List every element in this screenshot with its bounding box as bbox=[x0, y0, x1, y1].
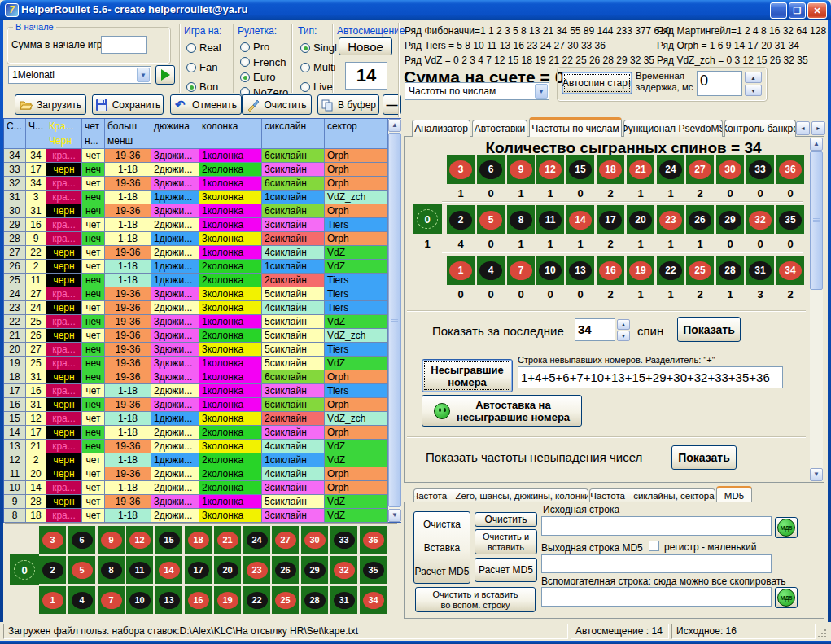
table-cell[interactable]: 19-36 bbox=[105, 329, 151, 343]
table-cell[interactable]: неч bbox=[82, 204, 105, 218]
copy-to-clipboard-button[interactable]: В буфер bbox=[317, 94, 379, 115]
board-cell-12[interactable]: 12 bbox=[126, 526, 153, 554]
table-cell[interactable]: 1сиклайн bbox=[262, 191, 325, 204]
table-cell[interactable]: чет bbox=[82, 329, 105, 343]
table-cell[interactable]: Orph bbox=[325, 177, 388, 191]
md5-clear-and-paste-button[interactable]: Очистить и вставить bbox=[475, 529, 537, 554]
table-cell[interactable]: 25 bbox=[4, 274, 26, 287]
table-cell[interactable]: 2сиклайн bbox=[262, 274, 325, 287]
table-cell[interactable]: 2колонка bbox=[199, 274, 262, 287]
table-cell[interactable]: кра... bbox=[46, 509, 82, 523]
table-cell[interactable]: 2колонка bbox=[199, 481, 262, 495]
table-cell[interactable]: 12 bbox=[4, 453, 26, 467]
table-cell[interactable]: 1сиклайн bbox=[262, 453, 325, 467]
board-cell-25[interactable]: 25 bbox=[272, 586, 299, 614]
board-cell-13[interactable]: 13 bbox=[155, 586, 182, 614]
table-cell[interactable]: 14 bbox=[26, 481, 46, 495]
table-cell[interactable]: черн bbox=[46, 260, 82, 274]
show-last-spin-up[interactable]: ▲ bbox=[617, 319, 630, 330]
board-cell-32[interactable]: 32 bbox=[330, 556, 357, 584]
table-cell[interactable]: 1колонка bbox=[199, 218, 262, 232]
table-cell[interactable]: 6сиклайн bbox=[262, 370, 325, 384]
board-cell-31[interactable]: 31 bbox=[330, 586, 357, 614]
table-cell[interactable]: 1колонка bbox=[199, 370, 262, 384]
table-cell[interactable]: 8 bbox=[4, 509, 26, 523]
table-cell[interactable]: 31 bbox=[26, 204, 46, 218]
radio-option-real[interactable]: Real bbox=[186, 42, 221, 54]
table-cell[interactable]: 1-18 bbox=[105, 191, 151, 204]
table-cell[interactable]: черн bbox=[46, 204, 82, 218]
table-cell[interactable]: 17 bbox=[26, 426, 46, 440]
table-cell[interactable]: чет bbox=[82, 218, 105, 232]
board-cell-28[interactable]: 28 bbox=[301, 586, 328, 614]
table-scrollbar[interactable]: ▲▼ bbox=[388, 119, 401, 522]
table-cell[interactable]: 3колонка bbox=[199, 301, 262, 315]
table-cell[interactable]: 1-18 bbox=[105, 274, 151, 287]
table-cell[interactable]: 1-18 bbox=[105, 384, 151, 398]
load-button[interactable]: Загрузить bbox=[15, 94, 86, 115]
table-cell[interactable]: 19-36 bbox=[105, 315, 151, 329]
scrollbar-thumb[interactable] bbox=[388, 133, 401, 507]
table-cell[interactable]: 9 bbox=[4, 495, 26, 509]
save-button[interactable]: Сохранить bbox=[92, 94, 164, 115]
missing-freq-show-button[interactable]: Показать bbox=[671, 445, 737, 470]
table-cell[interactable]: Orph bbox=[325, 481, 388, 495]
table-cell[interactable]: чет bbox=[82, 246, 105, 260]
column-header-1[interactable]: С... bbox=[4, 119, 26, 149]
delay-input[interactable]: 0 bbox=[697, 71, 742, 96]
column-header-5[interactable]: большменш bbox=[105, 119, 151, 149]
table-cell[interactable]: кра... bbox=[46, 232, 82, 246]
table-cell[interactable]: 17 bbox=[26, 163, 46, 177]
column-header-3[interactable]: Кра...Черн bbox=[46, 119, 82, 149]
md5-calc-button[interactable]: Расчет MD5 bbox=[475, 558, 537, 582]
table-cell[interactable]: 15 bbox=[4, 412, 26, 426]
table-cell[interactable]: 1-18 bbox=[105, 453, 151, 467]
table-cell[interactable]: кра... bbox=[46, 177, 82, 191]
table-cell[interactable]: Tiers bbox=[325, 274, 388, 287]
table-cell[interactable]: 3дюжи... bbox=[151, 495, 199, 509]
table-cell[interactable]: 3дюжи... bbox=[151, 149, 199, 163]
board-cell-35[interactable]: 35 bbox=[360, 556, 387, 584]
table-cell[interactable]: 3дюжи... bbox=[151, 370, 199, 384]
table-cell[interactable]: 19-36 bbox=[105, 370, 151, 384]
table-cell[interactable]: 6сиклайн bbox=[262, 149, 325, 163]
table-cell[interactable]: кра... bbox=[46, 357, 82, 370]
table-cell[interactable]: 3сиклайн bbox=[262, 384, 325, 398]
table-cell[interactable]: 4сиклайн bbox=[262, 301, 325, 315]
board-cell-18[interactable]: 18 bbox=[185, 526, 212, 554]
table-cell[interactable]: 24 bbox=[4, 287, 26, 301]
md5-calc-icon-button-2[interactable]: МД5 bbox=[775, 587, 798, 608]
table-cell[interactable]: чет bbox=[82, 412, 105, 426]
table-cell[interactable]: черн bbox=[46, 453, 82, 467]
table-cell[interactable]: 3колонка bbox=[199, 440, 262, 453]
board-cell-9[interactable]: 9 bbox=[98, 526, 125, 554]
table-cell[interactable]: 3дюжи... bbox=[151, 287, 199, 301]
lowercase-checkbox[interactable] bbox=[649, 541, 659, 551]
table-cell[interactable]: неч bbox=[82, 232, 105, 246]
tab-2[interactable]: Автоставки bbox=[472, 120, 527, 137]
table-cell[interactable]: 3колонка bbox=[199, 343, 262, 357]
table-cell[interactable]: 5сиклайн bbox=[262, 287, 325, 301]
table-cell[interactable]: 32 bbox=[4, 177, 26, 191]
board-cell-3[interactable]: 3 bbox=[39, 526, 66, 554]
show-last-input[interactable]: 34 bbox=[575, 318, 615, 341]
table-cell[interactable]: 21 bbox=[26, 440, 46, 453]
table-cell[interactable]: 2дюжи... bbox=[151, 301, 199, 315]
table-cell[interactable]: 3дюжи... bbox=[151, 177, 199, 191]
table-cell[interactable]: 2колонка bbox=[199, 163, 262, 177]
autobet-unplayed-button[interactable]: Автоставка на несыгравшие номера bbox=[422, 395, 582, 427]
table-cell[interactable]: 20 bbox=[4, 343, 26, 357]
board-cell-27[interactable]: 27 bbox=[272, 526, 299, 554]
md5-clear-paste-aux-button[interactable]: Очистить и вставить во вспом. строку bbox=[415, 587, 536, 612]
board-cell-33[interactable]: 33 bbox=[330, 526, 357, 554]
autoshift-new-button[interactable]: Новое bbox=[339, 37, 392, 55]
scroll-up-arrow[interactable]: ▲ bbox=[388, 119, 401, 132]
tab-4[interactable]: Функционал PsevdoMS bbox=[623, 120, 723, 137]
table-cell[interactable]: 3сиклайн bbox=[262, 163, 325, 177]
table-cell[interactable]: черн bbox=[46, 163, 82, 177]
play-button[interactable] bbox=[155, 65, 175, 85]
board-cell-21[interactable]: 21 bbox=[214, 526, 241, 554]
board-cell-2[interactable]: 2 bbox=[39, 556, 66, 584]
table-cell[interactable]: кра... bbox=[46, 191, 82, 204]
md5-clear-paste-calc-button[interactable]: Очистка Вставка Расчет MD5 bbox=[413, 511, 470, 584]
